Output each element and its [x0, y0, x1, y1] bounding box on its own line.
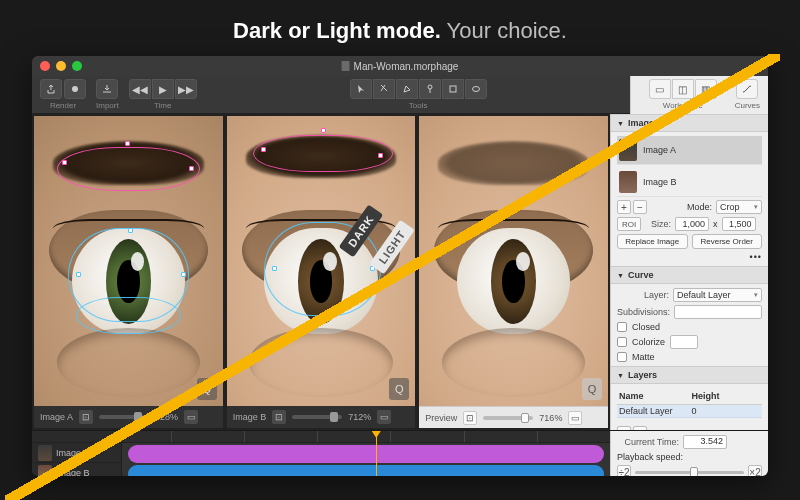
tools-group: Tools	[350, 79, 487, 110]
viewport-image-a[interactable]: Q Image A ⊡ 628% ▭	[34, 116, 223, 428]
rewind-button[interactable]: ◀◀	[129, 79, 151, 99]
play-button[interactable]: ▶	[152, 79, 174, 99]
thumb-b	[619, 171, 637, 193]
minimize-button[interactable]	[56, 61, 66, 71]
replace-image-button[interactable]: Replace Image	[617, 234, 688, 249]
track-row-b[interactable]: Image B	[32, 463, 121, 476]
timeline: Image A Image B Warp Current Time:3.542 …	[32, 430, 768, 476]
speed-half-button[interactable]: ÷2	[617, 465, 631, 476]
subdiv-field[interactable]	[674, 305, 762, 319]
current-time-label: Current Time:	[617, 437, 679, 447]
speed-slider[interactable]	[635, 471, 744, 474]
viewports: Q Image A ⊡ 628% ▭ Q	[32, 114, 610, 430]
viewport-b-footer: Image B ⊡ 712% ▭	[227, 406, 416, 428]
vpA-toggle-icon[interactable]: ▭	[184, 410, 198, 424]
disclosure-icon: ▼	[617, 120, 624, 127]
workspace-layout-1[interactable]: ▭	[649, 79, 671, 99]
image-row-b[interactable]: Image B	[617, 168, 762, 197]
preview-toggle-icon[interactable]: ▭	[568, 411, 582, 425]
preview-fit-icon[interactable]: ⊡	[463, 411, 477, 425]
preview-zoom-slider[interactable]	[483, 416, 533, 420]
subdiv-label: Subdivisions:	[617, 307, 670, 317]
image-row-a[interactable]: Image A	[617, 136, 762, 165]
layer-row-default[interactable]: Default Layer0	[617, 405, 762, 418]
time-label: Time	[154, 101, 171, 110]
quality-badge-b[interactable]: Q	[389, 378, 409, 400]
closed-checkbox[interactable]	[617, 322, 627, 332]
rect-tool[interactable]	[442, 79, 464, 99]
headline-bold: Dark or Light mode.	[233, 18, 441, 43]
window-controls	[40, 61, 82, 71]
workspace-layout-2[interactable]: ◫	[672, 79, 694, 99]
forward-button[interactable]: ▶▶	[175, 79, 197, 99]
layers-col-name: Name	[617, 390, 690, 402]
quality-badge-a[interactable]: Q	[197, 378, 217, 400]
track-bar-a[interactable]	[128, 445, 604, 463]
viewport-preview[interactable]: Q Preview ⊡ 716% ▭	[419, 116, 608, 428]
remove-image-button[interactable]: −	[633, 200, 647, 214]
playhead[interactable]	[376, 431, 377, 476]
ellipse-tool[interactable]	[465, 79, 487, 99]
track-bar-b[interactable]	[128, 465, 604, 476]
import-button[interactable]	[96, 79, 118, 99]
playback-speed-label: Playback speed:	[617, 452, 683, 462]
vpB-toggle-icon[interactable]: ▭	[377, 410, 391, 424]
current-time-field[interactable]: 3.542	[683, 435, 727, 449]
track-row-a[interactable]: Image A	[32, 443, 121, 463]
size-label: Size:	[645, 219, 671, 229]
track-label-a: Image A	[56, 448, 89, 458]
mode-select[interactable]: Crop▾	[716, 200, 762, 214]
pin-tool[interactable]	[419, 79, 441, 99]
curves-panel-toggle[interactable]	[736, 79, 758, 99]
viewport-a-name: Image A	[40, 412, 73, 422]
pointer-tool[interactable]	[350, 79, 372, 99]
vpA-fit-icon[interactable]: ⊡	[79, 410, 93, 424]
roi-button[interactable]: ROI	[617, 217, 641, 231]
images-panel-header[interactable]: ▼Images	[611, 114, 768, 132]
reverse-order-button[interactable]: Reverse Order	[692, 234, 763, 249]
add-layer-button[interactable]: +	[617, 426, 631, 430]
timeline-canvas[interactable]	[122, 431, 610, 476]
render-label: Render	[50, 101, 76, 110]
svg-point-3	[472, 87, 479, 92]
size-w-field[interactable]: 1,000	[675, 217, 709, 231]
record-button[interactable]	[64, 79, 86, 99]
layers-title: Layers	[628, 370, 657, 380]
curve-title: Curve	[628, 270, 654, 280]
curve-layer-select[interactable]: Default Layer▾	[673, 288, 762, 302]
size-h-field[interactable]: 1,500	[722, 217, 756, 231]
timeline-tracks-list: Image A Image B Warp	[32, 431, 122, 476]
colorize-checkbox[interactable]	[617, 337, 627, 347]
speed-double-button[interactable]: ×2	[748, 465, 762, 476]
zoom-button[interactable]	[72, 61, 82, 71]
timeline-right-panel: Current Time:3.542 Playback speed: ÷2 ×2	[610, 431, 768, 476]
add-image-button[interactable]: +	[617, 200, 631, 214]
toolbar: Render Import ◀◀ ▶ ▶▶ Time Tools	[32, 76, 768, 114]
pen-tool[interactable]	[396, 79, 418, 99]
matte-label: Matte	[632, 352, 655, 362]
workspace-layout-3[interactable]: ▥	[695, 79, 717, 99]
viewport-image-b[interactable]: Q Image B ⊡ 712% ▭	[227, 116, 416, 428]
time-group: ◀◀ ▶ ▶▶ Time	[129, 79, 197, 110]
inspector: ▼Images Image A Image B + − Mode: Crop▾ …	[610, 114, 768, 430]
edit-tool[interactable]	[373, 79, 395, 99]
close-button[interactable]	[40, 61, 50, 71]
timeline-ruler[interactable]	[122, 431, 610, 443]
curve-panel-header[interactable]: ▼Curve	[611, 266, 768, 284]
more-menu-icon[interactable]: •••	[750, 252, 762, 262]
vpB-zoom-slider[interactable]	[292, 415, 342, 419]
track-label-b: Image B	[56, 468, 90, 477]
vpB-fit-icon[interactable]: ⊡	[272, 410, 286, 424]
vpA-zoom-slider[interactable]	[99, 415, 149, 419]
remove-layer-button[interactable]: −	[633, 426, 647, 430]
quality-badge-preview[interactable]: Q	[582, 378, 602, 400]
toolbar-right: ▭ ◫ ▥ Workspace Curves	[630, 75, 768, 114]
headline-rest: Your choice.	[441, 18, 567, 43]
layers-panel-header[interactable]: ▼Layers	[611, 366, 768, 384]
matte-checkbox[interactable]	[617, 352, 627, 362]
image-b-label: Image B	[643, 177, 677, 187]
viewport-b-name: Image B	[233, 412, 267, 422]
colorize-swatch[interactable]	[670, 335, 698, 349]
app-window: Man-Woman.morphage Render Import ◀◀ ▶ ▶▶…	[32, 56, 768, 476]
share-button[interactable]	[40, 79, 62, 99]
